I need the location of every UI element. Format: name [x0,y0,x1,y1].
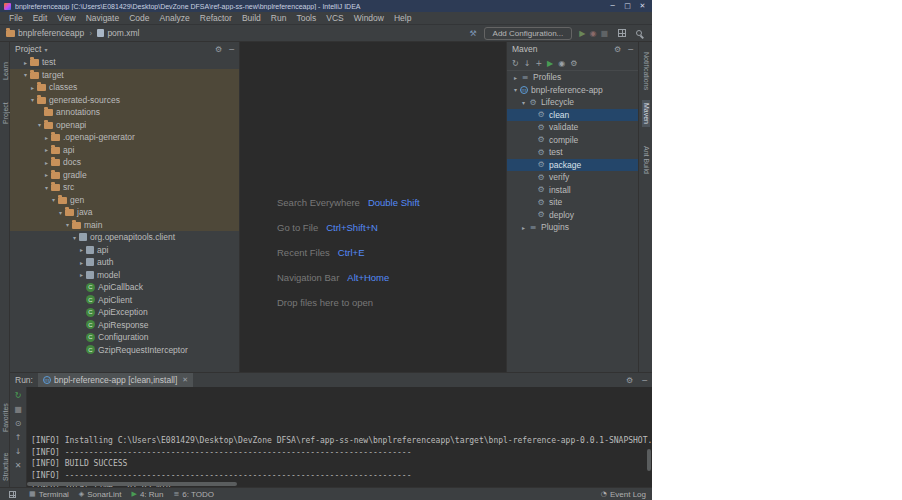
menu-code[interactable]: Code [124,13,154,23]
expand-arrow-icon[interactable]: ▸ [42,159,51,166]
menu-file[interactable]: File [4,13,28,23]
maven-item-lifecycle[interactable]: ▾⚙Lifecycle [507,96,638,109]
collapse-arrow-icon[interactable]: ▾ [519,99,528,106]
tool-window-button-notifications[interactable]: Notifications [643,52,650,90]
expand-arrow-icon[interactable]: ▸ [77,259,86,266]
menu-view[interactable]: View [52,13,80,23]
breadcrumb-file[interactable]: pom.xml [97,28,139,38]
console-horizontal-scrollbar[interactable] [27,482,237,486]
project-item-docs[interactable]: ▸docs [10,156,239,169]
console-output[interactable]: [INFO] Installing C:\Users\E081429\Deskt… [26,387,652,487]
maven-item-profiles[interactable]: ▸≡Profiles [507,71,638,84]
project-item-model[interactable]: ▸model [10,269,239,282]
maven-item-validate[interactable]: ⚙validate [507,121,638,134]
menu-tools[interactable]: Tools [291,13,321,23]
tool-window-button-structure[interactable]: Structure [2,453,9,481]
project-panel-title[interactable]: Project [15,44,41,54]
collapse-arrow-icon[interactable]: ▾ [511,86,520,93]
project-item-gradle[interactable]: ▸gradle [10,169,239,182]
console-vertical-scrollbar[interactable] [647,449,651,471]
gear-icon[interactable]: ⚙ [614,45,621,54]
stop-icon[interactable]: ■ [600,29,608,38]
search-everywhere-icon[interactable] [636,30,642,36]
tool-window-button-ant-build[interactable]: Ant Build [643,146,650,174]
tool-window-quick-access-icon[interactable] [9,491,16,498]
project-item-annotations[interactable]: annotations [10,106,239,119]
expand-arrow-icon[interactable]: ▸ [77,271,86,278]
expand-arrow-icon[interactable]: ▸ [42,134,51,141]
run-icon[interactable]: ▶ [579,29,585,38]
maven-item-bnpl-reference-app[interactable]: ▾mbnpl-reference-app [507,84,638,97]
gear-icon[interactable]: ⚙ [215,45,222,54]
run-build-icon[interactable]: ▶ [547,59,553,68]
expand-arrow-icon[interactable]: ▸ [21,59,30,66]
project-item-classes[interactable]: ▸classes [10,81,239,94]
maven-item-compile[interactable]: ⚙compile [507,134,638,147]
maven-item-test[interactable]: ⚙test [507,146,638,159]
hide-panel-icon[interactable]: ─ [229,45,234,54]
menu-help[interactable]: Help [389,13,416,23]
status-4-run[interactable]: ▶4: Run [132,490,164,499]
tool-window-button-project[interactable]: Project [2,102,9,124]
collapse-arrow-icon[interactable]: ▾ [56,209,65,216]
project-item-test[interactable]: ▸test [10,56,239,69]
project-item-auth[interactable]: ▸auth [10,256,239,269]
project-item-gziprequestinterceptor[interactable]: CGzipRequestInterceptor [10,344,239,357]
close-icon[interactable]: ✕ [15,461,22,470]
menu-refactor[interactable]: Refactor [195,13,237,23]
project-item-target[interactable]: ▾target [10,69,239,82]
collapse-arrow-icon[interactable]: ▾ [42,184,51,191]
add-maven-project-icon[interactable]: + [535,59,542,68]
expand-arrow-icon[interactable]: ▸ [511,74,520,81]
event-log-item[interactable]: ◔ Event Log [601,490,646,499]
project-item-apiclient[interactable]: CApiClient [10,294,239,307]
execute-goal-icon[interactable]: ◉ [558,59,565,68]
menu-analyze[interactable]: Analyze [155,13,195,23]
collapse-arrow-icon[interactable]: ▾ [63,221,72,228]
project-item-api[interactable]: ▸api [10,144,239,157]
menu-build[interactable]: Build [237,13,266,23]
collapse-arrow-icon[interactable]: ▾ [70,234,79,241]
status-terminal[interactable]: ▦Terminal [29,490,69,499]
maven-item-verify[interactable]: ⚙verify [507,171,638,184]
collapse-arrow-icon[interactable]: ▾ [35,121,44,128]
breadcrumb-project[interactable]: bnplreferenceapp [6,28,84,38]
project-item-org-openapitools-client[interactable]: ▾org.openapitools.client [10,231,239,244]
collapse-arrow-icon[interactable]: ▾ [28,96,37,103]
project-item-gen[interactable]: ▾gen [10,194,239,207]
project-item-apicallback[interactable]: CApiCallback [10,281,239,294]
scroll-down-icon[interactable]: ↓ [15,447,22,456]
run-tab[interactable]: m bnpl-reference-app [clean,install] ✕ [38,373,193,387]
chevron-down-icon[interactable]: ▾ [44,46,47,53]
menu-navigate[interactable]: Navigate [81,13,125,23]
collapse-arrow-icon[interactable]: ▾ [49,196,58,203]
menu-run[interactable]: Run [266,13,292,23]
add-configuration-button[interactable]: Add Configuration... [484,27,573,40]
hide-panel-icon[interactable]: ─ [642,376,647,385]
project-item-src[interactable]: ▾src [10,181,239,194]
hide-panel-icon[interactable]: ─ [628,45,633,54]
project-item-apiresponse[interactable]: CApiResponse [10,319,239,332]
maven-item-package[interactable]: ⚙package [507,159,638,172]
project-item-openapi-generator[interactable]: ▸.openapi-generator [10,131,239,144]
editor-area[interactable]: Search EverywhereDouble ShiftGo to FileC… [240,42,506,372]
tool-windows-layout-icon[interactable] [618,29,626,37]
gear-icon[interactable]: ⚙ [626,376,633,385]
maven-settings-icon[interactable]: ⚙ [570,59,577,68]
maven-item-site[interactable]: ⚙site [507,196,638,209]
download-sources-icon[interactable]: ↓ [524,59,531,68]
expand-arrow-icon[interactable]: ▸ [519,224,528,231]
project-item-java[interactable]: ▾java [10,206,239,219]
project-item-api[interactable]: ▸api [10,244,239,257]
maximize-button[interactable]: □ [620,2,635,10]
expand-arrow-icon[interactable]: ▸ [42,171,51,178]
rerun-icon[interactable]: ↻ [15,391,22,400]
status-sonarlint[interactable]: ◈SonarLint [79,490,122,499]
project-item-configuration[interactable]: CConfiguration [10,331,239,344]
pin-icon[interactable]: ⊙ [15,419,22,428]
status-6-todo[interactable]: ≡6: TODO [173,490,214,499]
collapse-arrow-icon[interactable]: ▾ [21,71,30,78]
maven-item-deploy[interactable]: ⚙deploy [507,209,638,222]
menu-window[interactable]: Window [349,13,389,23]
project-item-generated-sources[interactable]: ▾generated-sources [10,94,239,107]
